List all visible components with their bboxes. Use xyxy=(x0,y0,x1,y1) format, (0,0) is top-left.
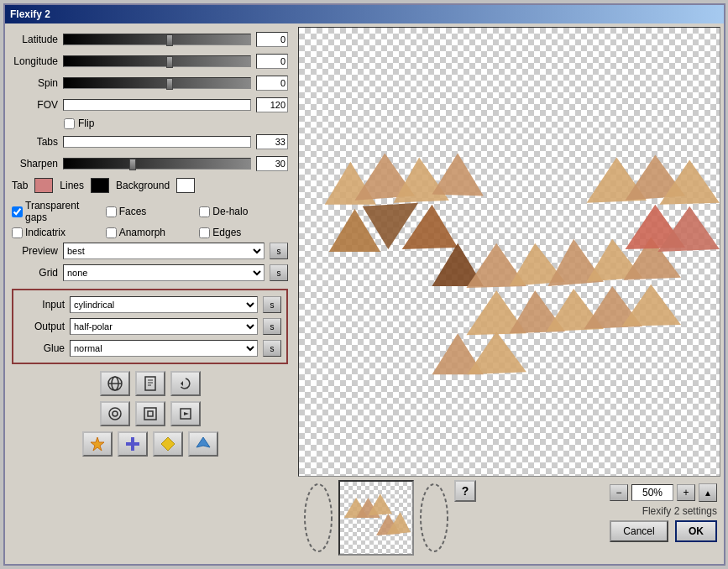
background-color-label: Background xyxy=(116,180,170,191)
svg-marker-18 xyxy=(196,437,210,447)
thumbnail-svg xyxy=(340,482,412,554)
input-dropdown[interactable]: cylindrical spherical planar xyxy=(70,296,258,313)
window-title: Flexify 2 xyxy=(10,8,50,20)
svg-rect-16 xyxy=(126,442,139,446)
anamorph-checkbox[interactable] xyxy=(106,227,117,238)
background-color-swatch[interactable] xyxy=(176,178,195,193)
sharpen-label: Sharpen xyxy=(12,158,58,170)
svg-marker-13 xyxy=(184,412,189,415)
output-label: Output xyxy=(18,321,65,332)
svg-rect-10 xyxy=(144,408,156,420)
svg-point-9 xyxy=(113,411,118,416)
longitude-thumb[interactable] xyxy=(166,56,173,68)
dashed-circle-left-container xyxy=(301,480,335,556)
sharpen-slider[interactable] xyxy=(63,158,251,170)
svg-marker-14 xyxy=(91,437,104,451)
ok-button[interactable]: OK xyxy=(675,520,717,542)
faces-checkbox[interactable] xyxy=(106,206,117,217)
preview-s-button[interactable]: s xyxy=(270,243,288,259)
latitude-thumb[interactable] xyxy=(166,34,173,46)
input-output-section: Input cylindrical spherical planar s Out… xyxy=(12,289,288,364)
de-halo-checkbox[interactable] xyxy=(199,206,210,217)
zoom-out-button[interactable]: − xyxy=(610,484,628,501)
transparent-gaps-label: Transparent gaps xyxy=(12,200,101,223)
preview-svg xyxy=(299,28,720,476)
svg-marker-17 xyxy=(161,437,175,451)
tool-btn-reset[interactable] xyxy=(170,371,201,396)
lines-color-swatch[interactable] xyxy=(91,178,109,193)
preview-dropdown[interactable]: best good fast xyxy=(63,243,264,259)
tool-btn-square[interactable] xyxy=(135,401,165,426)
dashed-circle-right-svg xyxy=(417,480,451,556)
fov-row: FOV xyxy=(12,96,288,114)
tool-btn-globe[interactable] xyxy=(100,371,130,396)
indicatrix-checkbox[interactable] xyxy=(12,227,23,238)
svg-marker-41 xyxy=(621,284,681,326)
tabs-label: Tabs xyxy=(12,136,58,148)
zoom-in-button[interactable]: + xyxy=(677,484,695,501)
output-s-button[interactable]: s xyxy=(263,318,281,335)
tool-btn-star[interactable] xyxy=(82,431,113,457)
cancel-button[interactable]: Cancel xyxy=(610,520,668,542)
tools-row-2 xyxy=(12,401,288,426)
grid-s-button[interactable]: s xyxy=(270,264,288,281)
svg-marker-22 xyxy=(432,153,483,196)
dashed-circle-right-container xyxy=(417,480,451,556)
main-window: Flexify 2 Latitude Longitude xyxy=(3,3,725,566)
help-button[interactable]: ? xyxy=(454,480,476,502)
glue-dropdown[interactable]: normal mirror rotate xyxy=(70,340,258,357)
output-row: Output half-polar polar cylindrical s xyxy=(18,317,281,336)
input-label: Input xyxy=(18,299,65,311)
preview-label: Preview xyxy=(12,245,58,257)
longitude-label: Longitude xyxy=(12,55,58,67)
title-bar: Flexify 2 xyxy=(5,5,724,23)
tools-row-1 xyxy=(12,371,288,396)
glue-row: Glue normal mirror rotate s xyxy=(18,339,281,358)
svg-rect-11 xyxy=(148,411,153,416)
flip-checkbox[interactable] xyxy=(64,118,75,129)
output-dropdown[interactable]: half-polar polar cylindrical xyxy=(70,318,258,335)
fov-track[interactable] xyxy=(63,99,251,111)
tool-btn-plus[interactable] xyxy=(118,431,148,457)
svg-point-8 xyxy=(109,408,121,420)
tabs-input[interactable] xyxy=(256,134,288,149)
input-s-button[interactable]: s xyxy=(263,296,281,313)
fov-input[interactable] xyxy=(256,97,288,112)
spin-thumb[interactable] xyxy=(166,78,173,90)
tool-btn-page[interactable] xyxy=(135,371,165,396)
latitude-row: Latitude xyxy=(12,30,288,49)
tool-btn-diamond[interactable] xyxy=(153,431,183,457)
svg-point-50 xyxy=(421,484,448,551)
transparent-gaps-checkbox[interactable] xyxy=(12,206,23,217)
sharpen-thumb[interactable] xyxy=(129,159,136,170)
tools-row-3 xyxy=(12,431,288,457)
grid-dropdown[interactable]: none lines dots xyxy=(63,264,264,281)
edges-checkbox[interactable] xyxy=(199,227,210,238)
latitude-slider[interactable] xyxy=(63,34,251,45)
svg-marker-7 xyxy=(181,381,183,386)
sharpen-input[interactable] xyxy=(256,156,288,171)
longitude-input[interactable] xyxy=(256,54,288,69)
settings-label: Flexify 2 settings xyxy=(642,505,717,517)
input-row: Input cylindrical spherical planar s xyxy=(18,295,281,314)
spin-label: Spin xyxy=(12,77,58,89)
tab-color-swatch[interactable] xyxy=(34,178,53,193)
action-buttons: Cancel OK xyxy=(610,520,717,542)
tabs-track[interactable] xyxy=(63,136,251,148)
tool-btn-import[interactable] xyxy=(170,401,201,426)
latitude-input[interactable] xyxy=(256,32,288,47)
spin-input[interactable] xyxy=(256,76,288,91)
preview-row: Preview best good fast s xyxy=(12,242,288,260)
spin-slider[interactable] xyxy=(63,77,251,89)
tool-btn-circle[interactable] xyxy=(100,401,130,426)
zoom-up-button[interactable]: ▲ xyxy=(699,483,717,502)
grid-row: Grid none lines dots s xyxy=(12,264,288,282)
glue-s-button[interactable]: s xyxy=(263,340,281,357)
flip-label: Flip xyxy=(78,117,94,129)
bottom-right-controls: − 50% + ▲ Flexify 2 settings Cancel OK xyxy=(479,480,717,542)
tool-btn-arrow[interactable] xyxy=(188,431,218,457)
canvas-area[interactable] xyxy=(298,27,720,477)
svg-rect-3 xyxy=(145,377,155,390)
right-panel: ? − 50% + ▲ Flexify 2 settings Cancel OK xyxy=(295,23,724,564)
longitude-slider[interactable] xyxy=(63,55,251,67)
